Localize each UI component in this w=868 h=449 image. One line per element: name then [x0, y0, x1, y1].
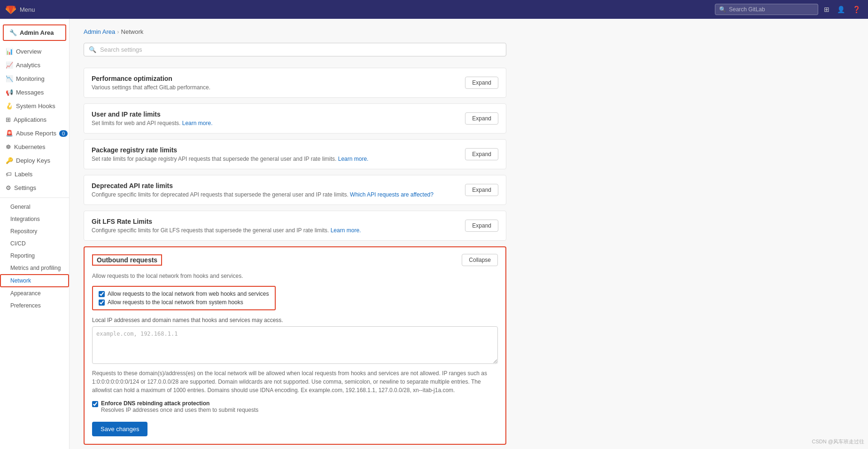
user-ip-rate-link[interactable]: Learn more. [182, 120, 213, 126]
main-layout: 🔧 Admin Area 📊 Overview 📈 Analytics 📉 Mo… [0, 19, 868, 449]
overview-label: Overview [16, 48, 41, 55]
package-rate-title: Package registry rate limits [92, 146, 368, 154]
sidebar-sub-repository[interactable]: Repository [0, 225, 69, 237]
git-lfs-link[interactable]: Learn more. [331, 227, 361, 234]
dns-rebinding-checkbox[interactable] [92, 401, 98, 407]
sidebar-item-applications[interactable]: ⊞ Applications [0, 113, 69, 126]
user-ip-rate-expand-button[interactable]: Expand [465, 112, 498, 125]
user-ip-rate-desc: Set limits for web and API requests. Lea… [92, 120, 212, 126]
sidebar-sub-metrics[interactable]: Metrics and profiling [0, 262, 69, 274]
sidebar-sub-reporting[interactable]: Reporting [0, 250, 69, 262]
system-hooks-icon: 🪝 [6, 102, 13, 110]
sidebar-item-deploy-keys[interactable]: 🔑 Deploy Keys [0, 154, 69, 167]
kubernetes-icon: ☸ [6, 143, 11, 150]
package-rate-card: Package registry rate limits Set rate li… [84, 139, 506, 169]
allow-system-hooks-label: Allow requests to the local network from… [108, 299, 243, 306]
search-icon: 🔍 [719, 6, 726, 13]
help-icon[interactable]: ❓ [851, 4, 862, 15]
sidebar-item-kubernetes[interactable]: ☸ Kubernetes [0, 140, 69, 154]
git-lfs-expand-button[interactable]: Expand [465, 220, 498, 232]
outbound-checkboxes-group: Allow requests to the local network from… [92, 286, 276, 310]
nav-left: Menu [6, 4, 35, 15]
save-changes-button[interactable]: Save changes [92, 422, 147, 436]
sidebar-item-messages[interactable]: 📢 Messages [0, 86, 69, 99]
performance-desc: Various settings that affect GitLab perf… [92, 84, 210, 91]
user-icon[interactable]: 👤 [835, 4, 847, 15]
applications-icon: ⊞ [6, 116, 11, 123]
allow-webhooks-label: Allow requests to the local network from… [108, 291, 269, 297]
user-ip-rate-title: User and IP rate limits [92, 110, 212, 118]
outbound-requests-body: Allow requests to the local network from… [85, 273, 505, 444]
package-rate-link[interactable]: Learn more. [338, 156, 369, 162]
sidebar-item-analytics[interactable]: 📈 Analytics [0, 58, 69, 72]
settings-search-input[interactable] [100, 46, 501, 53]
local-ip-help-text: Requests to these domain(s)/address(es) … [92, 369, 498, 394]
allow-webhooks-checkbox[interactable] [99, 291, 105, 297]
outbound-collapse-button[interactable]: Collapse [462, 254, 498, 266]
performance-header-left: Performance optimization Various setting… [92, 75, 210, 91]
sidebar-item-settings[interactable]: ⚙ Settings [0, 181, 69, 195]
admin-area-header[interactable]: 🔧 Admin Area [3, 24, 66, 41]
sidebar-sub-appearance[interactable]: Appearance [0, 287, 69, 299]
git-lfs-card: Git LFS Rate Limits Configure specific l… [84, 211, 506, 241]
messages-label: Messages [16, 89, 44, 96]
git-lfs-title: Git LFS Rate Limits [92, 218, 361, 225]
breadcrumb-separator: › [117, 28, 119, 35]
admin-area-icon: 🔧 [9, 29, 17, 36]
checkbox-row-webhooks: Allow requests to the local network from… [99, 291, 269, 297]
monitoring-label: Monitoring [16, 75, 45, 82]
sidebar-divider [0, 197, 69, 198]
checkbox-row-system-hooks: Allow requests to the local network from… [99, 299, 269, 306]
sidebar: 🔧 Admin Area 📊 Overview 📈 Analytics 📉 Mo… [0, 19, 70, 449]
deprecated-api-expand-button[interactable]: Expand [465, 184, 498, 196]
local-ip-textarea[interactable] [92, 326, 498, 364]
sidebar-item-system-hooks[interactable]: 🪝 System Hooks [0, 99, 69, 113]
allow-system-hooks-checkbox[interactable] [99, 299, 105, 306]
sidebar-sub-network[interactable]: Network [0, 274, 69, 287]
plus-icon[interactable]: ⊞ [822, 4, 831, 15]
messages-icon: 📢 [6, 89, 13, 96]
sidebar-item-abuse-reports[interactable]: 🚨 Abuse Reports 0 [0, 126, 69, 140]
deprecated-api-header-left: Deprecated API rate limits Configure spe… [92, 182, 434, 198]
local-ip-label: Local IP addresses and domain names that… [92, 317, 498, 323]
sidebar-sub-integrations[interactable]: Integrations [0, 213, 69, 225]
package-rate-expand-button[interactable]: Expand [465, 148, 498, 160]
nav-right: 🔍 ⊞ 👤 ❓ [715, 4, 862, 15]
dns-label-main: Enforce DNS rebinding attack protection [101, 400, 258, 407]
menu-button[interactable]: Menu [20, 6, 35, 13]
breadcrumb-current: Network [121, 28, 144, 35]
performance-expand-button[interactable]: Expand [465, 77, 498, 89]
sidebar-item-overview[interactable]: 📊 Overview [0, 45, 69, 58]
labels-icon: 🏷 [6, 171, 12, 178]
performance-card: Performance optimization Various setting… [84, 68, 506, 98]
outbound-requests-card: Outbound requests Collapse Allow request… [84, 246, 506, 445]
outbound-requests-header: Outbound requests Collapse [85, 247, 505, 273]
system-hooks-label: System Hooks [16, 102, 55, 110]
global-search-input[interactable] [729, 6, 814, 13]
sidebar-item-monitoring[interactable]: 📉 Monitoring [0, 72, 69, 86]
user-ip-rate-header-left: User and IP rate limits Set limits for w… [92, 110, 212, 126]
settings-label: Settings [14, 184, 36, 191]
outbound-requests-desc: Allow requests to the local network from… [92, 273, 498, 279]
content-area: Admin Area › Network 🔍 Performance optim… [70, 19, 868, 449]
abuse-reports-icon: 🚨 [6, 130, 13, 137]
deprecated-api-header: Deprecated API rate limits Configure spe… [84, 175, 506, 205]
admin-area-label: Admin Area [20, 29, 54, 36]
sidebar-item-labels[interactable]: 🏷 Labels [0, 167, 69, 181]
sidebar-sub-general[interactable]: General [0, 201, 69, 213]
deprecated-api-link[interactable]: Which API requests are affected? [350, 191, 434, 198]
global-search-box[interactable]: 🔍 [715, 4, 818, 15]
top-navigation: Menu 🔍 ⊞ 👤 ❓ [0, 0, 868, 19]
kubernetes-label: Kubernetes [14, 143, 46, 150]
sidebar-sub-preferences[interactable]: Preferences [0, 299, 69, 312]
sidebar-sub-cicd[interactable]: CI/CD [0, 237, 69, 250]
breadcrumb-admin-area[interactable]: Admin Area [84, 28, 115, 35]
deprecated-api-title: Deprecated API rate limits [92, 182, 434, 189]
package-rate-desc: Set rate limits for package registry API… [92, 156, 368, 162]
labels-label: Labels [15, 171, 32, 178]
settings-search-box[interactable]: 🔍 [84, 43, 506, 56]
user-ip-rate-card: User and IP rate limits Set limits for w… [84, 103, 506, 134]
git-lfs-header-left: Git LFS Rate Limits Configure specific l… [92, 218, 361, 234]
dns-label-sub: Resolves IP addresses once and uses them… [101, 407, 258, 413]
dns-label: Enforce DNS rebinding attack protection … [101, 400, 258, 413]
